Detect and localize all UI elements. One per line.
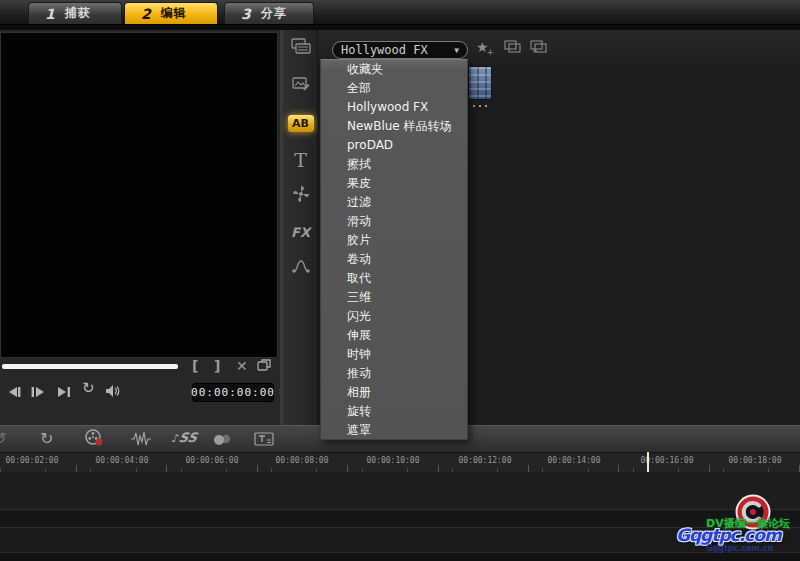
ruler-label: 00:00:04:00 xyxy=(86,456,158,465)
auto-music-icon[interactable]: ♪SS xyxy=(170,430,198,445)
category-dropdown[interactable]: Hollywood FX ▼ xyxy=(332,41,468,59)
tab-share[interactable]: 3 分享 xyxy=(224,2,314,24)
dropdown-item[interactable]: 遮罩 xyxy=(321,421,467,440)
step-tab-bar: 1 捕获 2 编辑 3 分享 xyxy=(0,0,800,25)
dropdown-item[interactable]: 果皮 xyxy=(321,174,467,193)
undo-icon[interactable]: ↺ xyxy=(0,430,6,448)
volume-icon[interactable] xyxy=(104,383,122,402)
redo-icon[interactable]: ↻ xyxy=(40,430,53,448)
tab-share-label: 分享 xyxy=(261,5,287,22)
ruler-label: 00:00:16:00 xyxy=(631,456,703,465)
subtitle-editor-icon[interactable] xyxy=(254,431,274,451)
tab-capture-label: 捕获 xyxy=(65,5,91,22)
dropdown-item[interactable]: proDAD xyxy=(321,136,467,155)
scrubber-bar[interactable] xyxy=(2,364,178,369)
ruler-label: 00:00:14:00 xyxy=(538,456,610,465)
watermark-brand-text: Gqgtpc.com xyxy=(676,525,781,545)
dropdown-item[interactable]: 收藏夹 xyxy=(321,60,467,79)
graphic-icon xyxy=(292,185,310,207)
tab-edit-number: 2 xyxy=(141,6,151,22)
previous-frame-icon[interactable] xyxy=(6,383,22,402)
sound-mixer-icon[interactable] xyxy=(130,431,152,451)
dropdown-item[interactable]: 推动 xyxy=(321,364,467,383)
record-capture-icon[interactable] xyxy=(84,429,104,451)
trim-controls: [ ] ✕ xyxy=(186,358,278,376)
play-icon[interactable] xyxy=(30,383,46,402)
preview-video-area xyxy=(0,32,278,358)
nav-transition-button[interactable]: AB xyxy=(283,106,318,140)
split-clip-icon[interactable]: ✕ xyxy=(236,358,248,374)
ruler-label: 00:00:10:00 xyxy=(357,456,429,465)
repeat-icon[interactable]: ↻ xyxy=(82,381,95,396)
dropdown-item[interactable]: 相册 xyxy=(321,383,467,402)
ruler-label: 00:00:08:00 xyxy=(266,456,338,465)
tab-edit-label: 编辑 xyxy=(161,5,187,22)
timecode-value: 00:00:00:00 xyxy=(191,386,275,399)
next-frame-icon[interactable] xyxy=(56,383,72,402)
media-icon xyxy=(291,38,311,59)
chevron-down-icon: ▼ xyxy=(454,46,459,55)
dropdown-item[interactable]: NewBlue 样品转场 xyxy=(321,117,467,136)
ruler-label: 00:00:18:00 xyxy=(719,456,791,465)
path-icon xyxy=(292,258,310,278)
ruler-label: 00:00:12:00 xyxy=(449,456,521,465)
gallery-view-button-1[interactable] xyxy=(504,39,522,58)
transition-thumbnail[interactable] xyxy=(468,66,492,100)
nav-graphic-button[interactable] xyxy=(283,179,318,213)
dropdown-item[interactable]: 滑动 xyxy=(321,212,467,231)
nav-media-button[interactable] xyxy=(283,31,318,65)
nav-filter-button[interactable]: FX xyxy=(283,215,318,249)
dropdown-item[interactable]: 卷动 xyxy=(321,250,467,269)
photo-icon xyxy=(292,76,310,96)
auto-music-label: SS xyxy=(177,430,198,445)
category-dropdown-value: Hollywood FX xyxy=(341,43,428,57)
painting-creator-icon[interactable] xyxy=(212,432,232,451)
dropdown-item[interactable]: 伸展 xyxy=(321,326,467,345)
tab-edit[interactable]: 2 编辑 xyxy=(124,2,218,24)
dropdown-item[interactable]: 擦拭 xyxy=(321,155,467,174)
mark-in-button[interactable]: [ xyxy=(192,358,198,374)
transition-ab-icon: AB xyxy=(288,115,314,132)
nav-path-button[interactable] xyxy=(283,251,318,285)
tab-capture[interactable]: 1 捕获 xyxy=(28,2,122,24)
thumbnail-caption xyxy=(471,104,489,108)
ruler-label: 00:00:06:00 xyxy=(176,456,248,465)
dropdown-item[interactable]: 时钟 xyxy=(321,345,467,364)
gallery-view-button-2[interactable] xyxy=(530,39,548,58)
timeline-ruler[interactable]: 00:00:02:00 00:00:04:00 00:00:06:00 00:0… xyxy=(0,452,800,472)
dropdown-item[interactable]: 旋转 xyxy=(321,402,467,421)
list-view-icon xyxy=(530,40,548,54)
dropdown-item[interactable]: 过滤 xyxy=(321,193,467,212)
preview-panel: [ ] ✕ ↻ 00:00:00:00 xyxy=(0,30,280,425)
dropdown-item[interactable]: 取代 xyxy=(321,269,467,288)
dropdown-item[interactable]: Hollywood FX xyxy=(321,98,467,117)
enlarge-preview-icon[interactable] xyxy=(256,358,272,375)
add-to-favorites-button[interactable]: ★+ xyxy=(476,39,496,55)
playback-controls: ↻ xyxy=(4,382,184,402)
tab-share-number: 3 xyxy=(241,6,251,22)
timecode-display[interactable]: 00:00:00:00 ▲ ▼ xyxy=(192,383,274,402)
tab-capture-number: 1 xyxy=(45,6,55,22)
mark-out-button[interactable]: ] xyxy=(214,358,220,374)
nav-title-button[interactable]: T xyxy=(283,143,318,177)
library-nav-column: AB T FX xyxy=(283,30,318,425)
watermark: DV摄编一族论坛 Gqgtpc.com Gqgtpc.com.cn xyxy=(672,497,792,557)
playhead-marker[interactable] xyxy=(647,452,649,472)
watermark-sub-text: Gqgtpc.com.cn xyxy=(706,544,773,553)
title-t-icon: T xyxy=(294,149,307,171)
nav-instant-project-button[interactable] xyxy=(283,69,318,103)
dropdown-item[interactable]: 三维 xyxy=(321,288,467,307)
dropdown-item[interactable]: 闪光 xyxy=(321,307,467,326)
filter-fx-icon: FX xyxy=(291,225,310,240)
video-editor-window: 1 捕获 2 编辑 3 分享 [ ] ✕ xyxy=(0,0,800,561)
thumbnail-view-icon xyxy=(504,40,522,54)
ruler-label: 00:00:02:00 xyxy=(0,456,68,465)
plus-icon: + xyxy=(487,47,495,57)
category-dropdown-menu: 收藏夹 全部 Hollywood FX NewBlue 样品转场 proDAD … xyxy=(320,59,468,440)
dropdown-item[interactable]: 全部 xyxy=(321,79,467,98)
dropdown-item[interactable]: 胶片 xyxy=(321,231,467,250)
